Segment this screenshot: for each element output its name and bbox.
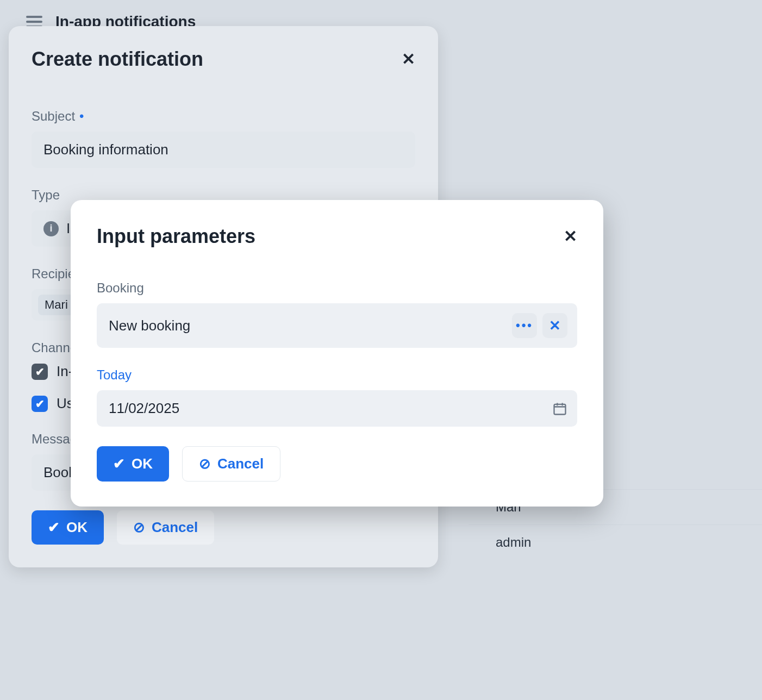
close-icon[interactable]: ✕ [402, 51, 415, 67]
subject-input[interactable]: Booking information [32, 132, 415, 168]
dialog-title: Create notification [32, 48, 203, 71]
svg-rect-0 [554, 404, 566, 414]
label-text: Subject [32, 109, 75, 124]
cancel-button[interactable]: ⊘ Cancel [182, 446, 280, 482]
field-value: Booking information [43, 141, 168, 158]
close-icon[interactable]: ✕ [564, 228, 577, 245]
booking-label: Booking [97, 280, 577, 296]
table-row[interactable]: admin [469, 524, 762, 560]
checkbox-checked-icon: ✔ [32, 364, 48, 380]
date-input[interactable]: 11/02/2025 [97, 390, 577, 427]
button-label: OK [132, 455, 153, 472]
booking-picker[interactable]: New booking ••• ✕ [97, 303, 577, 348]
button-label: Cancel [152, 519, 198, 536]
check-icon: ✔ [113, 455, 125, 472]
cancel-icon: ⊘ [199, 455, 211, 472]
field-value: 11/02/2025 [109, 400, 179, 417]
check-icon: ✔ [48, 519, 60, 536]
ok-button[interactable]: ✔ OK [32, 510, 104, 545]
input-parameters-dialog: Input parameters ✕ Booking New booking •… [71, 200, 603, 507]
info-icon: i [43, 221, 59, 236]
cancel-button[interactable]: ⊘ Cancel [117, 510, 214, 545]
lookup-button[interactable]: ••• [512, 313, 537, 338]
ellipsis-icon: ••• [516, 318, 533, 333]
calendar-icon[interactable] [552, 401, 567, 416]
close-icon: ✕ [549, 317, 561, 334]
button-label: OK [66, 519, 88, 536]
chip-label: Mari [45, 298, 68, 312]
required-dot-icon: • [79, 110, 84, 123]
field-value: New booking [109, 317, 190, 334]
cancel-icon: ⊘ [133, 519, 145, 536]
checkbox-checked-icon: ✔ [32, 396, 48, 412]
clear-button[interactable]: ✕ [542, 313, 567, 338]
today-label: Today [97, 367, 577, 383]
button-label: Cancel [217, 455, 264, 472]
ok-button[interactable]: ✔ OK [97, 446, 169, 482]
subject-label: Subject • [32, 109, 415, 124]
dialog-title: Input parameters [97, 225, 255, 248]
